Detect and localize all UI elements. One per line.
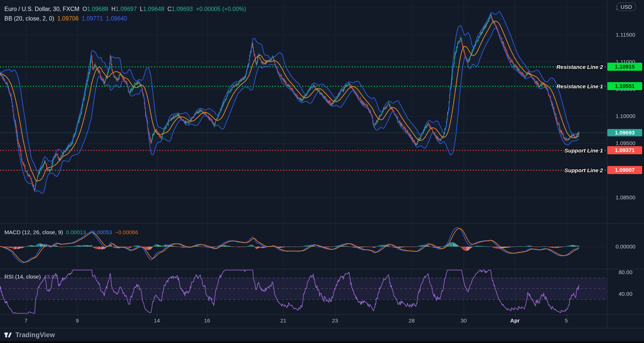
current-price-badge: 1.09693	[607, 129, 642, 136]
high-value: 1.09697	[115, 6, 137, 12]
macd-histogram-value: 0.00013	[66, 229, 86, 235]
rsi-value: 43.01	[44, 273, 58, 280]
level-price-badge: 1.10551	[607, 82, 642, 90]
rsi-title[interactable]: RSI (14, close)	[4, 273, 41, 280]
level-price-badge: 1.10915	[607, 63, 642, 71]
bb-title[interactable]: BB (20, close, 2, 0)	[4, 15, 54, 22]
level-price-badge: 1.09007	[607, 166, 642, 174]
time-axis-label: 23	[332, 317, 338, 324]
macd-legend[interactable]: MACD (12, 26, close, 9) 0.00013 −0.00053…	[4, 229, 140, 235]
rsi-axis-label: 40.00	[607, 291, 644, 297]
price-axis-label: 1.11500	[607, 32, 644, 38]
chart-canvas[interactable]	[0, 0, 644, 343]
level-price-badge: 1.09371	[607, 146, 642, 154]
level-label[interactable]: Resistance Line 2	[556, 63, 603, 70]
macd-title[interactable]: MACD (12, 26, close, 9)	[4, 229, 63, 235]
price-axis-label: 1.10000	[607, 113, 644, 119]
tradingview-logo[interactable]: TradingView	[4, 331, 55, 339]
macd-signal-value: −0.00066	[115, 229, 138, 235]
bb-upper-value: 1.09771	[82, 15, 103, 22]
time-axis-label: 16	[204, 317, 210, 324]
price-axis[interactable]	[607, 0, 644, 328]
level-label[interactable]: Support Line 2	[564, 167, 603, 173]
time-axis-label: 28	[409, 317, 415, 324]
time-axis-label: 5	[565, 317, 568, 324]
symbol-legend[interactable]: Euro / U.S. Dollar, 30, FXCM O1.09688 H1…	[4, 6, 248, 12]
macd-axis-label: 0.00000	[607, 243, 644, 250]
time-axis-label: 21	[280, 317, 287, 324]
level-label[interactable]: Support Line 1	[564, 147, 603, 154]
tradingview-logo-text: TradingView	[15, 331, 55, 339]
tradingview-chart-window: Euro / U.S. Dollar, 30, FXCM O1.09688 H1…	[0, 0, 644, 343]
rsi-legend[interactable]: RSI (14, close) 43.01	[4, 273, 59, 280]
open-label: O	[82, 6, 87, 12]
time-axis-label: 30	[461, 317, 467, 324]
macd-line-value: −0.00053	[89, 229, 112, 235]
open-value: 1.09688	[87, 6, 108, 12]
level-label[interactable]: Resistance Line 1	[556, 83, 603, 89]
low-value: 1.09648	[143, 6, 164, 12]
time-axis-label: 9	[76, 317, 79, 324]
symbol-title[interactable]: Euro / U.S. Dollar, 30, FXCM	[4, 6, 80, 12]
close-value: 1.09693	[172, 6, 193, 12]
bb-lower-value: 1.09640	[106, 15, 127, 22]
time-axis-label: 7	[25, 317, 27, 324]
price-axis-label: 1.08500	[607, 194, 644, 200]
bb-basis-value: 1.09706	[58, 15, 79, 22]
time-axis-label: Apr	[510, 317, 520, 324]
bb-legend[interactable]: BB (20, close, 2, 0) 1.09706 1.09771 1.0…	[4, 15, 129, 22]
tradingview-logo-icon	[4, 331, 12, 339]
time-axis-label: 14	[154, 317, 160, 324]
price-axis-label: 1.09500	[607, 140, 644, 146]
currency-unit-button[interactable]: USD	[617, 3, 636, 11]
rsi-axis-label: 80.00	[607, 269, 644, 275]
change-value: +0.00005 (+0.00%)	[196, 6, 246, 12]
close-label: C	[168, 6, 172, 12]
high-label: H	[111, 6, 116, 12]
